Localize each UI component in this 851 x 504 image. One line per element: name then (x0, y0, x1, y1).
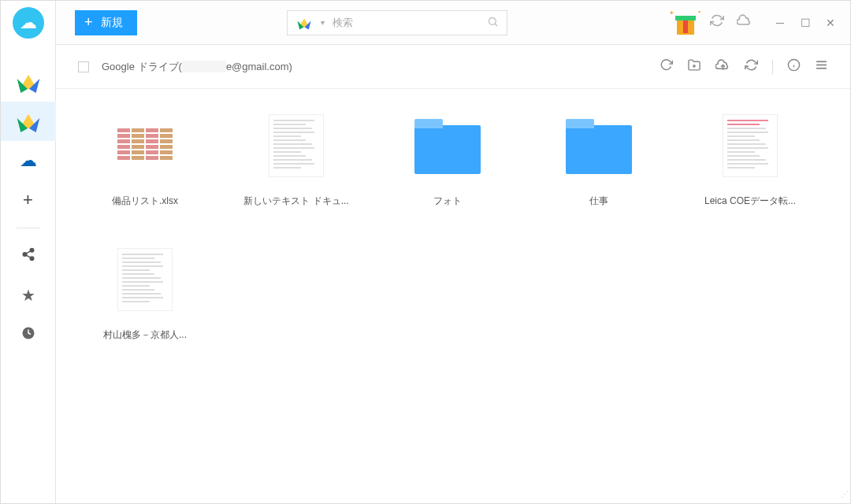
svg-line-3 (26, 250, 30, 253)
file-name: Leica COEデータ転... (704, 195, 796, 208)
cloud-icon: ☁ (20, 13, 37, 33)
upload-icon[interactable] (715, 58, 730, 76)
breadcrumb-account: Google ドライブ( (102, 61, 182, 72)
document-icon (269, 114, 324, 177)
star-icon: ★ (21, 286, 35, 305)
file-name: 仕事 (589, 195, 608, 208)
sidebar-item-share[interactable] (1, 236, 56, 276)
file-item[interactable]: 備品リスト.xlsx (70, 106, 220, 232)
resize-grip[interactable]: ⋰ (839, 492, 849, 502)
file-item[interactable]: 村山槐多－京都人... (70, 240, 220, 366)
toolbar-actions (660, 58, 828, 76)
svg-point-6 (489, 17, 496, 24)
sidebar-item-gdrive-1[interactable] (1, 62, 56, 102)
file-item[interactable]: 仕事 (524, 106, 674, 232)
google-drive-icon (20, 75, 37, 89)
sidebar-item-favorites[interactable]: ★ (1, 276, 56, 315)
folder-icon (414, 125, 481, 174)
google-drive-icon (20, 114, 37, 128)
sidebar: ☁ ☁ + ★ (1, 1, 56, 503)
chevron-down-icon[interactable]: ▾ (321, 18, 325, 27)
cloud-transfer-icon[interactable] (737, 13, 753, 32)
svg-line-7 (495, 24, 497, 26)
app-logo[interactable]: ☁ (13, 7, 44, 39)
sidebar-item-gdrive-2[interactable] (1, 102, 56, 141)
google-drive-icon (299, 18, 309, 27)
list-view-icon[interactable] (815, 58, 828, 76)
onedrive-icon: ☁ (20, 150, 37, 171)
breadcrumb[interactable]: Google ドライブ(xxxxxxxxe@gmail.com) (102, 60, 292, 74)
select-all-checkbox[interactable] (78, 61, 89, 72)
search-input[interactable] (333, 17, 479, 28)
file-grid: 備品リスト.xlsx新しいテキスト ドキュ...フォト仕事Leica COEデー… (56, 89, 850, 503)
minimize-button[interactable]: ─ (775, 17, 786, 28)
file-name: 新しいテキスト ドキュ... (243, 195, 348, 208)
clock-icon (21, 326, 35, 344)
maximize-button[interactable]: ☐ (800, 17, 811, 28)
document-icon (117, 248, 173, 311)
sync-settings-icon[interactable] (745, 58, 758, 76)
sync-icon[interactable] (710, 13, 724, 32)
sidebar-item-add-cloud[interactable]: + (1, 180, 56, 220)
close-button[interactable]: ✕ (825, 17, 836, 28)
sidebar-item-onedrive[interactable]: ☁ (1, 141, 56, 180)
new-button[interactable]: + 新規 (75, 10, 137, 35)
window-controls: ─ ☐ ✕ (775, 17, 836, 28)
plus-icon: + (84, 14, 93, 31)
document-icon (723, 114, 778, 177)
new-folder-icon[interactable] (687, 58, 701, 76)
svg-point-2 (30, 257, 34, 261)
svg-point-0 (30, 248, 34, 252)
breadcrumb-email: e@gmail.com) (226, 61, 292, 72)
separator (772, 60, 773, 74)
refresh-icon[interactable] (660, 58, 673, 76)
plus-icon: + (23, 190, 33, 210)
share-icon (21, 247, 35, 265)
svg-line-4 (26, 255, 30, 258)
search-box[interactable]: ▾ (287, 10, 507, 35)
svg-point-1 (23, 252, 27, 256)
file-item[interactable]: フォト (373, 106, 522, 232)
gift-icon[interactable]: ✦ • (674, 11, 697, 35)
divider (17, 228, 40, 228)
file-name: フォト (433, 195, 462, 208)
new-button-label: 新規 (101, 16, 123, 30)
toolbar: Google ドライブ(xxxxxxxxe@gmail.com) (56, 45, 850, 89)
folder-icon (566, 125, 632, 174)
spreadsheet-icon (117, 128, 173, 163)
info-icon[interactable] (787, 58, 801, 76)
file-name: 村山槐多－京都人... (103, 328, 187, 342)
sidebar-item-recent[interactable] (1, 315, 56, 354)
redacted-text: xxxxxxxx (182, 61, 226, 72)
file-item[interactable]: Leica COEデータ転... (675, 106, 825, 232)
topbar-actions: ✦ • ─ ☐ ✕ (674, 11, 836, 35)
file-name: 備品リスト.xlsx (112, 195, 178, 208)
topbar: + 新規 ▾ ✦ • ─ ☐ ✕ (56, 1, 850, 45)
file-item[interactable]: 新しいテキスト ドキュ... (221, 106, 371, 232)
search-icon[interactable] (487, 16, 499, 30)
